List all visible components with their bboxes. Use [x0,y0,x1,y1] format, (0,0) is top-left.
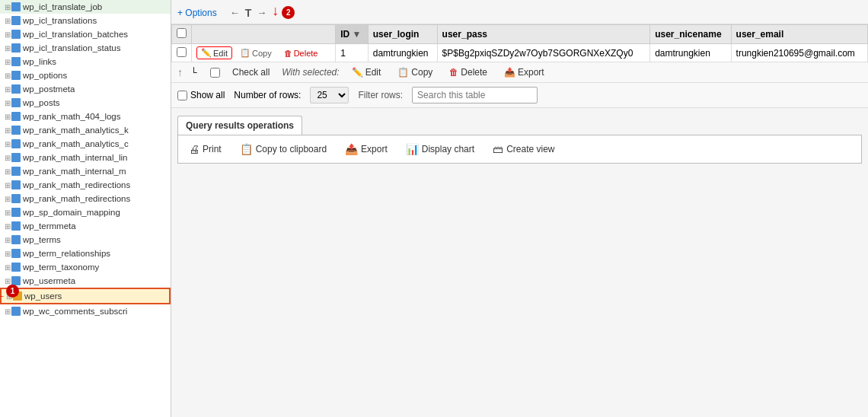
table-icon-9 [11,126,21,135]
copy-icon-2: 📋 [397,67,409,78]
sidebar-item-1[interactable]: ⊞ wp_icl_translations [0,14,171,27]
secondary-toolbar: ↑ └ Check all With selected: ✏️ Edit 📋 C… [171,62,868,83]
search-input[interactable] [412,87,538,103]
row-checkbox[interactable] [177,47,187,57]
table-icon-14 [11,194,21,203]
check-all-label: Check all [232,67,270,78]
row-user-email-cell: trungkien210695@gmail.com [731,44,867,62]
export-button[interactable]: 📤 Export [342,142,391,157]
sidebar-item-9[interactable]: ⊞ wp_rank_math_analytics_k [0,123,171,137]
sidebar-item-13[interactable]: ⊞ wp_rank_math_redirections [0,178,171,192]
sidebar-label-15: wp_sp_domain_mapping [23,208,120,217]
sidebar-label-16: wp_termmeta [23,221,76,231]
copy-label: Copy [252,49,272,58]
expand-icon-16: ⊞ [5,222,11,231]
row-id: 1 [340,48,346,59]
sidebar-item-11[interactable]: ⊞ wp_rank_math_internal_lin [0,151,171,164]
secondary-delete-button[interactable]: 🗑 Delete [445,65,492,79]
options-link[interactable]: + Options [177,8,217,18]
col-user-login-header[interactable]: user_login [368,25,437,44]
sidebar-item-0[interactable]: ⊞ wp_icl_translate_job [0,0,171,14]
delete-button[interactable]: 🗑 Delete [279,47,323,59]
create-view-button[interactable]: 🗃 Create view [490,142,557,157]
export-icon: 📤 [504,67,515,78]
sidebar-item-14[interactable]: ⊞ wp_rank_math_redirections [0,192,171,205]
sidebar-item-wp-users[interactable]: ⊞ wp_users [0,288,171,304]
sidebar-label-18: wp_term_relationships [23,249,110,258]
sidebar-label-6: wp_postmeta [23,84,75,94]
table-icon-22 [11,307,21,316]
rows-select[interactable]: 25 50 100 [310,87,349,103]
sidebar-item-3[interactable]: ⊞ wp_icl_translation_status [0,41,171,55]
check-all-checkbox[interactable] [210,68,220,78]
view-icon: 🗃 [493,143,503,155]
table-icon-4 [11,57,21,66]
nav-back-button[interactable]: ← [228,6,242,19]
expand-icon-18: ⊞ [5,250,11,258]
sidebar-item-15[interactable]: ⊞ wp_sp_domain_mapping [0,205,171,219]
col-user-email-header[interactable]: user_email [731,25,867,44]
table-icon-8 [11,112,21,121]
edit-button[interactable]: ✏️ Edit [196,46,232,59]
expand-icon-1: ⊞ [5,17,11,25]
edit-label: Edit [213,49,228,58]
row-user-pass-cell: $P$Bg2pxiqSZDy2w7Oyb7SGORGNXeXZQy0 [437,44,650,62]
sidebar-item-20[interactable]: ⊞ wp_usermeta [0,274,171,288]
sidebar-label-12: wp_rank_math_internal_m [23,167,126,176]
sec-copy-label: Copy [411,67,432,78]
expand-icon-17: ⊞ [5,236,11,244]
select-all-checkbox[interactable] [177,28,187,38]
col-id-header[interactable]: ID ▼ [336,25,369,44]
sidebar-item-16[interactable]: ⊞ wp_termmeta [0,219,171,233]
col-user-pass-header[interactable]: user_pass [437,25,650,44]
secondary-copy-button[interactable]: 📋 Copy [393,65,437,79]
expand-icon-20: ⊞ [5,277,11,285]
chart-icon: 📊 [406,143,419,155]
sidebar-label-5: wp_options [23,71,67,80]
with-selected-label: With selected: [282,67,339,78]
table-icon-15 [11,208,21,217]
sidebar-label-9: wp_rank_math_analytics_k [23,126,129,135]
show-all-checkbox[interactable] [177,91,187,100]
table-icon-19 [11,263,21,272]
secondary-export-button[interactable]: 📤 Export [499,65,549,79]
expand-icon-11: ⊞ [5,154,11,162]
sidebar-item-7[interactable]: ⊞ wp_posts [0,96,171,110]
delete-icon-2: 🗑 [449,67,458,78]
sidebar-item-2[interactable]: ⊞ wp_icl_translation_batches [0,27,171,41]
expand-icon: ⊞ [5,3,11,11]
sidebar-item-22[interactable]: ⊞ wp_wc_comments_subscri [0,304,171,318]
sidebar-label-0: wp_icl_translate_job [23,2,102,11]
sidebar-item-17[interactable]: ⊞ wp_terms [0,233,171,247]
sidebar-item-5[interactable]: ⊞ wp_options [0,68,171,82]
sidebar-item-4[interactable]: ⊞ wp_links [0,55,171,68]
row-user-login-cell: damtrungkien [368,44,437,62]
sidebar-item-19[interactable]: ⊞ wp_term_taxonomy [0,260,171,274]
row-actions-cell: ✏️ Edit 📋 Copy 🗑 Delete [192,44,336,62]
copy-button[interactable]: 📋 Copy [235,46,276,59]
expand-icon-13: ⊞ [5,181,11,189]
sidebar-label-1: wp_icl_translations [23,16,97,25]
create-view-label: Create view [506,144,554,154]
expand-icon-12: ⊞ [5,167,11,176]
table-icon-16 [11,221,21,231]
row-user-pass: $P$Bg2pxiqSZDy2w7Oyb7SGORGNXeXZQy0 [442,48,633,59]
check-all-button[interactable]: Check all [228,65,274,79]
sidebar-item-12[interactable]: ⊞ wp_rank_math_internal_m [0,164,171,178]
sec-export-label: Export [518,67,544,78]
sidebar-item-18[interactable]: ⊞ wp_term_relationships [0,247,171,260]
print-button[interactable]: 🖨 Print [186,142,225,157]
filter-row: Show all Number of rows: 25 50 100 Filte… [171,83,868,108]
sidebar-label-19: wp_term_taxonomy [23,263,99,272]
display-chart-button[interactable]: 📊 Display chart [403,142,477,157]
col-user-nicename-header[interactable]: user_nicename [650,25,731,44]
nav-forward-button[interactable]: → [254,6,269,19]
expand-icon-6: ⊞ [5,85,11,94]
sidebar-item-6[interactable]: ⊞ wp_postmeta [0,82,171,96]
filter-rows-label: Filter rows: [358,90,403,100]
col-id-label: ID [340,29,349,40]
sidebar-item-8[interactable]: ⊞ wp_rank_math_404_logs [0,110,171,123]
copy-to-clipboard-button[interactable]: 📋 Copy to clipboard [237,142,330,157]
secondary-edit-button[interactable]: ✏️ Edit [347,65,386,79]
sidebar-item-10[interactable]: ⊞ wp_rank_math_analytics_c [0,137,171,151]
